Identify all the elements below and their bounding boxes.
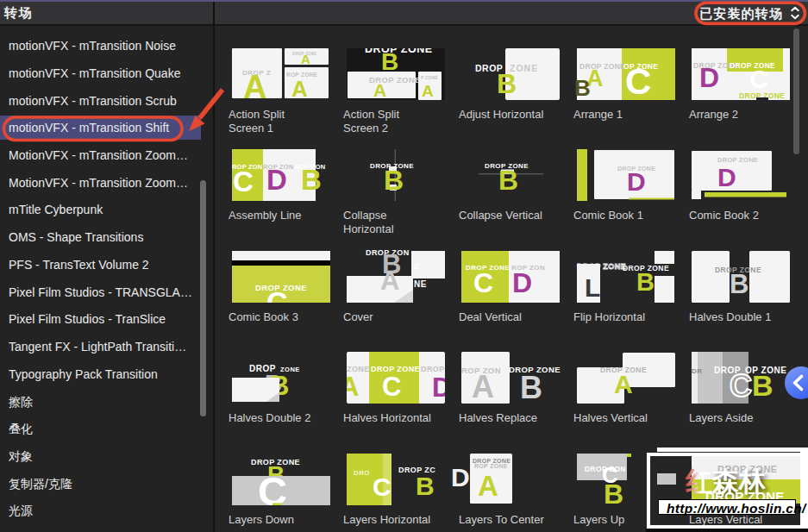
svg-text:B: B (497, 68, 517, 99)
svg-text:A: A (472, 369, 494, 404)
svg-text:A: A (422, 82, 434, 100)
svg-text:L: L (585, 273, 600, 302)
svg-text:D: D (512, 267, 532, 298)
svg-text:D: D (627, 167, 646, 196)
svg-text:A: A (478, 470, 498, 502)
svg-text:B: B (730, 269, 748, 299)
svg-text:C: C (233, 166, 254, 197)
svg-text:C: C (749, 65, 768, 93)
svg-text:B: B (520, 370, 542, 405)
svg-text:C: C (730, 368, 752, 404)
svg-text:C: C (625, 61, 651, 102)
svg-text:B: B (416, 472, 435, 500)
svg-text:B: B (604, 479, 623, 510)
svg-text:A: A (301, 52, 310, 66)
svg-text:E: E (414, 262, 420, 271)
svg-text:B: B (498, 165, 518, 196)
svg-text:A: A (291, 76, 308, 102)
svg-text:C: C (258, 468, 287, 505)
svg-text:A: A (614, 370, 633, 398)
svg-text:D: D (451, 463, 470, 491)
svg-text:A: A (243, 69, 266, 105)
svg-text:B: B (384, 165, 404, 196)
svg-text:P ZONE: P ZONE (421, 75, 438, 80)
svg-text:DR: DR (692, 367, 702, 375)
svg-text:B: B (301, 164, 322, 196)
svg-text:B: B (381, 48, 398, 75)
svg-text:A: A (347, 372, 359, 402)
svg-text:B: B (752, 369, 774, 402)
svg-text:C: C (373, 473, 391, 501)
svg-text:B: B (636, 268, 655, 296)
svg-text:B: B (574, 75, 591, 101)
svg-text:DRO: DRO (354, 469, 370, 477)
svg-text:C: C (382, 372, 401, 402)
svg-text:C: C (473, 267, 493, 298)
svg-text:ROP ZONE: ROP ZONE (474, 463, 508, 469)
svg-text:D: D (717, 163, 736, 191)
svg-text:NE: NE (414, 279, 427, 289)
svg-text:C: C (266, 285, 288, 303)
svg-text:D: D (266, 164, 287, 196)
svg-text:D: D (699, 62, 719, 93)
svg-text:A: A (380, 266, 399, 296)
svg-text:A: A (373, 80, 386, 100)
svg-text:D: D (432, 372, 445, 403)
svg-text:DROP ZONE: DROP ZONE (365, 48, 433, 55)
